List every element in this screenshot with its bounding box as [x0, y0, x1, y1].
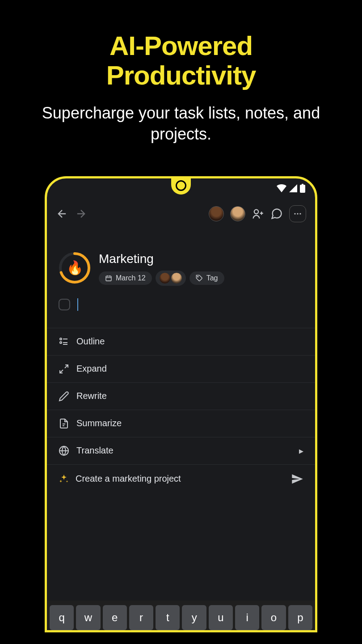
hero-section: AI-Powered Productivity Supercharge your…: [0, 0, 362, 163]
key-p[interactable]: p: [288, 605, 312, 630]
phone-frame: 🔥 Marketing March 12 Tag: [45, 176, 317, 632]
ai-action-expand[interactable]: Expand: [47, 356, 315, 383]
key-o[interactable]: o: [261, 605, 286, 630]
ai-actions-menu: OutlineExpandRewriteSummarizeTranslate▸: [47, 328, 315, 464]
svg-rect-8: [106, 276, 111, 281]
svg-rect-0: [300, 185, 305, 193]
chevron-right-icon: ▸: [299, 445, 303, 456]
svg-point-9: [197, 276, 198, 277]
text-cursor: [77, 298, 78, 311]
wifi-icon: [277, 184, 286, 192]
sparkle-icon: [59, 474, 69, 484]
svg-rect-1: [302, 184, 303, 185]
task-checkbox[interactable]: [59, 299, 70, 310]
svg-point-2: [254, 209, 258, 213]
ai-action-label: Expand: [76, 364, 107, 374]
ai-action-label: Rewrite: [76, 391, 107, 401]
svg-point-5: [299, 213, 301, 214]
avatar-user-2[interactable]: [230, 206, 245, 221]
forward-arrow-icon[interactable]: [75, 208, 87, 220]
ai-action-translate[interactable]: Translate▸: [47, 437, 315, 464]
more-menu-button[interactable]: [289, 205, 306, 222]
key-q[interactable]: q: [50, 605, 74, 630]
calendar-icon: [105, 275, 112, 282]
ai-prompt-bar[interactable]: Create a marketing project: [47, 464, 315, 493]
key-u[interactable]: u: [209, 605, 233, 630]
nav-bar: [47, 198, 315, 229]
hero-title: AI-Powered Productivity: [22, 31, 340, 90]
signal-icon: [289, 184, 297, 192]
back-arrow-icon[interactable]: [56, 208, 68, 220]
date-chip[interactable]: March 12: [99, 271, 152, 285]
battery-icon: [300, 184, 305, 193]
add-user-icon[interactable]: [252, 208, 264, 220]
mini-avatar-2: [171, 272, 182, 284]
prompt-text: Create a marketing project: [76, 474, 181, 484]
key-e[interactable]: e: [103, 605, 127, 630]
keyboard: qwertyuiop: [47, 601, 315, 630]
ai-action-label: Outline: [76, 336, 105, 347]
key-i[interactable]: i: [235, 605, 259, 630]
comment-icon[interactable]: [270, 208, 283, 220]
ai-action-rewrite[interactable]: Rewrite: [47, 383, 315, 410]
assignees-chip[interactable]: [156, 271, 186, 286]
key-r[interactable]: r: [129, 605, 153, 630]
tag-chip[interactable]: Tag: [189, 271, 224, 285]
avatar-user-1[interactable]: [209, 206, 224, 221]
key-t[interactable]: t: [156, 605, 180, 630]
hero-subtitle: Supercharge your task lists, notes, and …: [22, 103, 340, 145]
mini-avatar-1: [159, 272, 171, 284]
svg-point-3: [294, 213, 295, 214]
project-title[interactable]: Marketing: [99, 252, 303, 266]
ai-action-label: Summarize: [76, 418, 122, 428]
project-header: 🔥 Marketing March 12 Tag: [47, 229, 315, 290]
key-y[interactable]: y: [182, 605, 206, 630]
ai-action-label: Translate: [76, 445, 114, 456]
key-w[interactable]: w: [76, 605, 100, 630]
ai-action-summarize[interactable]: Summarize: [47, 410, 315, 437]
svg-point-4: [297, 213, 298, 214]
project-progress-ring[interactable]: 🔥: [59, 252, 91, 284]
svg-point-11: [60, 342, 62, 343]
fire-emoji-icon: 🔥: [59, 252, 91, 284]
send-icon[interactable]: [291, 473, 303, 485]
task-input-row[interactable]: [47, 290, 315, 322]
ai-action-outline[interactable]: Outline: [47, 328, 315, 356]
tag-icon: [196, 275, 203, 282]
svg-point-10: [60, 338, 62, 340]
